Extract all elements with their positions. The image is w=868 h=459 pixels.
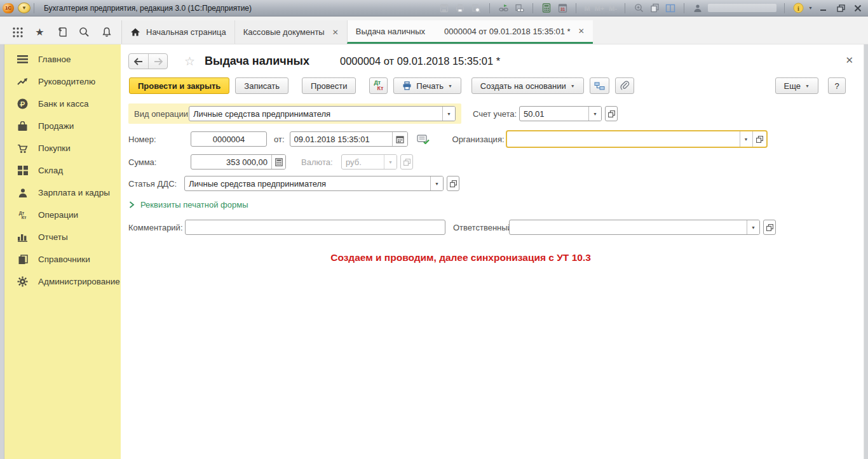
account-select[interactable]: ▼ [519,106,602,121]
memory-minus-button[interactable]: M- [609,4,617,12]
dropdown-arrow-icon[interactable]: ▼ [747,220,759,234]
search-icon[interactable] [73,23,95,42]
sidebar-item-manager[interactable]: Руководителю [4,70,121,93]
sidebar-item-bank-cash[interactable]: Р Банк и касса [4,93,121,115]
comment-input[interactable] [185,220,445,235]
gear-icon [17,276,29,287]
account-value[interactable] [520,107,588,121]
sidebar-item-purchases[interactable]: Покупки [4,137,121,159]
minimize-button[interactable] [817,3,830,14]
amount-value[interactable] [191,155,271,169]
amount-input[interactable] [191,154,286,170]
calendar-picker-icon[interactable] [392,132,407,146]
back-button[interactable] [129,54,148,69]
close-tab-icon[interactable]: ✕ [578,27,585,35]
sidebar-item-warehouse[interactable]: Склад [4,159,121,182]
get-link-icon[interactable] [498,3,509,14]
number-value[interactable] [191,132,266,146]
copy-windows-icon[interactable] [649,3,660,14]
favorites-star-icon[interactable]: ★ [29,23,51,42]
related-documents-button[interactable] [590,77,609,94]
print-preview-icon[interactable] [470,3,482,14]
divider [784,3,785,13]
sidebar-item-administration[interactable]: Администрирование [4,270,121,293]
tab-home[interactable]: Начальная страница [121,20,234,44]
dropdown-arrow-icon[interactable]: ▼ [430,176,443,190]
calendar-icon[interactable]: 31 [557,3,568,14]
set-time-icon[interactable] [417,134,430,144]
tab-cash-documents[interactable]: Кассовые документы ✕ [234,20,347,44]
print-form-details-link[interactable]: Реквизиты печатной формы [140,200,248,210]
notifications-bell-icon[interactable] [95,23,118,42]
tab-cash-issue-active[interactable]: Выдача наличных 0000004 от 09.01.2018 15… [347,20,593,44]
create-based-on-button[interactable]: Создать на основании ▼ [471,77,584,94]
memory-recall-button[interactable]: M [584,4,590,12]
calculator-icon[interactable] [541,3,552,14]
organization-value[interactable] [510,131,739,147]
user-icon [692,3,703,14]
post-and-close-button[interactable]: Провести и закрыть [129,77,229,94]
operation-type-value[interactable] [189,107,442,121]
sidebar-item-main[interactable]: Главное [4,48,121,70]
favorite-star-icon[interactable]: ☆ [184,54,195,69]
cash-flow-item-label: Статья ДДС: [128,179,184,189]
help-button[interactable]: ? [828,77,846,94]
print-form-details-toggle[interactable]: Реквизиты печатной формы [129,200,793,210]
save-button[interactable]: Записать [235,77,288,94]
dropdown-arrow-icon[interactable]: ▼ [442,107,455,121]
restore-button[interactable] [834,3,847,14]
show-postings-dtkt-button[interactable]: ДтКт [369,77,388,94]
organization-open-button[interactable] [752,131,766,147]
number-input[interactable] [191,131,267,147]
form-fields: Вид операции: ▼ Счет учета: ▼ [128,103,793,263]
zoom-in-icon[interactable] [633,3,644,14]
1c-logo-icon: 1С [3,3,14,13]
sidebar-item-label: Администрирование [38,277,120,286]
dropdown-arrow-icon[interactable]: ▼ [740,131,752,147]
operation-type-select[interactable]: ▼ [189,106,456,121]
info-button[interactable]: i [792,3,804,14]
cash-flow-item-select[interactable]: ▼ [184,176,444,191]
info-dropdown-icon[interactable]: ▼ [808,6,813,10]
post-button[interactable]: Провести [302,77,356,94]
close-tab-icon[interactable]: ✕ [332,29,339,36]
sidebar-item-reports[interactable]: Отчеты [4,226,121,248]
date-input[interactable] [290,131,408,147]
main-menu-button[interactable]: ▼ [18,3,31,13]
all-functions-grid-icon[interactable] [6,23,29,42]
organization-select-focused[interactable]: ▼ [506,130,768,148]
currency-label: Валюта: [301,157,336,167]
comment-value[interactable] [186,220,445,234]
close-window-button[interactable] [851,3,864,14]
sidebar-item-directories[interactable]: Справочники [4,248,121,270]
close-form-icon[interactable]: ✕ [845,55,853,66]
divider [489,3,490,13]
dropdown-arrow-icon[interactable]: ▼ [588,107,601,121]
responsible-open-button[interactable] [763,220,776,235]
split-window-icon[interactable] [665,3,676,14]
sidebar-item-sales[interactable]: Продажи [4,115,121,137]
print-icon[interactable] [454,3,466,14]
calculator-picker-icon[interactable] [271,155,285,169]
sidebar-item-operations[interactable]: ДтКт Операции [4,204,121,226]
responsible-select[interactable]: ▼ [509,220,760,235]
ruble-coin-icon: Р [17,98,29,109]
save-icon[interactable] [438,3,450,14]
instruction-note: Создаем и проводим, далее синхронизация … [128,252,793,263]
cash-flow-open-button[interactable] [447,176,459,191]
sidebar-item-salary-hr[interactable]: Зарплата и кадры [4,182,121,204]
more-button[interactable]: Еще ▼ [775,77,818,94]
history-icon[interactable] [51,23,73,42]
attachments-button[interactable] [615,77,634,94]
account-open-button[interactable] [605,106,618,121]
cash-flow-item-value[interactable] [185,176,430,190]
responsible-value[interactable] [510,220,747,234]
print-button[interactable]: Печать ▼ [393,77,461,94]
window-frame-left [0,44,4,459]
go-to-link-icon[interactable] [513,3,525,14]
sidebar-item-label: Справочники [38,255,90,264]
open-tabs: Начальная страница Кассовые документы ✕ … [121,20,593,44]
memory-plus-button[interactable]: M+ [595,4,605,12]
forward-button[interactable] [148,54,167,69]
date-value[interactable] [290,132,392,146]
